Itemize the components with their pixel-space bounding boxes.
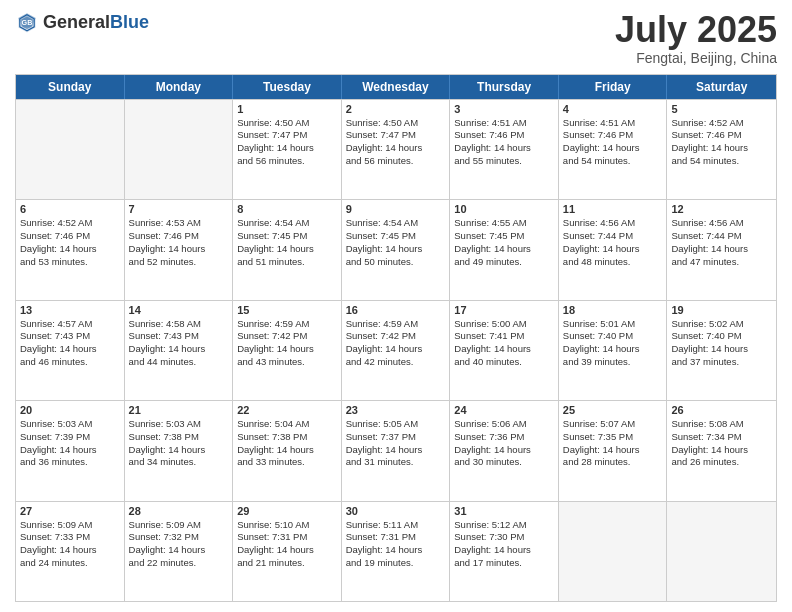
cal-cell: 14Sunrise: 4:58 AMSunset: 7:43 PMDayligh… [125, 301, 234, 400]
cell-line: Daylight: 14 hours [563, 444, 663, 457]
day-number: 6 [20, 203, 120, 215]
header: GB GeneralBlue July 2025 Fengtai, Beijin… [15, 10, 777, 66]
day-number: 25 [563, 404, 663, 416]
cell-line: and 46 minutes. [20, 356, 120, 369]
cal-cell: 12Sunrise: 4:56 AMSunset: 7:44 PMDayligh… [667, 200, 776, 299]
week-row-3: 20Sunrise: 5:03 AMSunset: 7:39 PMDayligh… [16, 400, 776, 500]
cell-line: Daylight: 14 hours [346, 444, 446, 457]
cell-line: and 54 minutes. [671, 155, 772, 168]
cell-line: Sunset: 7:43 PM [129, 330, 229, 343]
cal-cell: 28Sunrise: 5:09 AMSunset: 7:32 PMDayligh… [125, 502, 234, 601]
cell-line: Sunrise: 4:59 AM [237, 318, 337, 331]
cell-line: Daylight: 14 hours [129, 343, 229, 356]
calendar: SundayMondayTuesdayWednesdayThursdayFrid… [15, 74, 777, 602]
cell-line: Sunrise: 4:56 AM [563, 217, 663, 230]
day-number: 7 [129, 203, 229, 215]
cell-line: Daylight: 14 hours [563, 243, 663, 256]
cell-line: Daylight: 14 hours [237, 544, 337, 557]
day-number: 23 [346, 404, 446, 416]
header-day-thursday: Thursday [450, 75, 559, 99]
logo-text: GeneralBlue [43, 12, 149, 33]
cal-cell: 10Sunrise: 4:55 AMSunset: 7:45 PMDayligh… [450, 200, 559, 299]
cell-line: Sunrise: 4:50 AM [346, 117, 446, 130]
day-number: 14 [129, 304, 229, 316]
day-number: 30 [346, 505, 446, 517]
day-number: 15 [237, 304, 337, 316]
cell-line: Sunset: 7:45 PM [237, 230, 337, 243]
cal-cell: 21Sunrise: 5:03 AMSunset: 7:38 PMDayligh… [125, 401, 234, 500]
cell-line: Sunrise: 5:04 AM [237, 418, 337, 431]
cal-cell: 16Sunrise: 4:59 AMSunset: 7:42 PMDayligh… [342, 301, 451, 400]
cell-line: and 50 minutes. [346, 256, 446, 269]
cell-line: Daylight: 14 hours [563, 343, 663, 356]
day-number: 9 [346, 203, 446, 215]
day-number: 27 [20, 505, 120, 517]
cell-line: and 40 minutes. [454, 356, 554, 369]
cell-line: and 55 minutes. [454, 155, 554, 168]
cell-line: Daylight: 14 hours [237, 243, 337, 256]
cal-cell: 24Sunrise: 5:06 AMSunset: 7:36 PMDayligh… [450, 401, 559, 500]
cell-line: Sunset: 7:40 PM [671, 330, 772, 343]
cell-line: Daylight: 14 hours [346, 142, 446, 155]
cell-line: Sunrise: 4:52 AM [20, 217, 120, 230]
cal-cell: 15Sunrise: 4:59 AMSunset: 7:42 PMDayligh… [233, 301, 342, 400]
cell-line: Sunset: 7:31 PM [346, 531, 446, 544]
cell-line: and 22 minutes. [129, 557, 229, 570]
cell-line: and 51 minutes. [237, 256, 337, 269]
cell-line: Sunset: 7:37 PM [346, 431, 446, 444]
cell-line: Sunrise: 4:52 AM [671, 117, 772, 130]
cell-line: Sunset: 7:45 PM [346, 230, 446, 243]
day-number: 22 [237, 404, 337, 416]
cell-line: Daylight: 14 hours [20, 343, 120, 356]
header-day-friday: Friday [559, 75, 668, 99]
cell-line: and 30 minutes. [454, 456, 554, 469]
cell-line: Sunrise: 5:09 AM [129, 519, 229, 532]
cell-line: Sunrise: 4:51 AM [454, 117, 554, 130]
cell-line: and 54 minutes. [563, 155, 663, 168]
day-number: 11 [563, 203, 663, 215]
cell-line: Sunset: 7:34 PM [671, 431, 772, 444]
cell-line: Daylight: 14 hours [454, 142, 554, 155]
cell-line: Sunrise: 5:12 AM [454, 519, 554, 532]
cell-line: Sunrise: 4:54 AM [237, 217, 337, 230]
day-number: 28 [129, 505, 229, 517]
cell-line: Sunrise: 4:50 AM [237, 117, 337, 130]
cell-line: and 39 minutes. [563, 356, 663, 369]
cell-line: Sunset: 7:41 PM [454, 330, 554, 343]
day-number: 19 [671, 304, 772, 316]
day-number: 2 [346, 103, 446, 115]
cell-line: Daylight: 14 hours [346, 544, 446, 557]
cell-line: Daylight: 14 hours [454, 343, 554, 356]
cell-line: Daylight: 14 hours [671, 243, 772, 256]
day-number: 5 [671, 103, 772, 115]
cal-cell: 27Sunrise: 5:09 AMSunset: 7:33 PMDayligh… [16, 502, 125, 601]
cell-line: Daylight: 14 hours [129, 444, 229, 457]
day-number: 18 [563, 304, 663, 316]
cell-line: Sunset: 7:42 PM [237, 330, 337, 343]
day-number: 31 [454, 505, 554, 517]
cell-line: Daylight: 14 hours [20, 444, 120, 457]
cal-cell: 17Sunrise: 5:00 AMSunset: 7:41 PMDayligh… [450, 301, 559, 400]
cal-cell: 8Sunrise: 4:54 AMSunset: 7:45 PMDaylight… [233, 200, 342, 299]
cal-cell: 7Sunrise: 4:53 AMSunset: 7:46 PMDaylight… [125, 200, 234, 299]
cell-line: Daylight: 14 hours [20, 243, 120, 256]
cell-line: Daylight: 14 hours [129, 544, 229, 557]
cal-cell: 2Sunrise: 4:50 AMSunset: 7:47 PMDaylight… [342, 100, 451, 199]
cell-line: Daylight: 14 hours [129, 243, 229, 256]
cell-line: Sunset: 7:46 PM [563, 129, 663, 142]
cal-cell: 20Sunrise: 5:03 AMSunset: 7:39 PMDayligh… [16, 401, 125, 500]
cal-cell: 31Sunrise: 5:12 AMSunset: 7:30 PMDayligh… [450, 502, 559, 601]
day-number: 24 [454, 404, 554, 416]
cal-cell: 1Sunrise: 4:50 AMSunset: 7:47 PMDaylight… [233, 100, 342, 199]
cell-line: and 28 minutes. [563, 456, 663, 469]
cell-line: and 49 minutes. [454, 256, 554, 269]
cell-line: Sunset: 7:46 PM [129, 230, 229, 243]
cell-line: Sunrise: 5:01 AM [563, 318, 663, 331]
cell-line: Sunrise: 5:10 AM [237, 519, 337, 532]
day-number: 3 [454, 103, 554, 115]
cal-cell: 30Sunrise: 5:11 AMSunset: 7:31 PMDayligh… [342, 502, 451, 601]
cell-line: Sunrise: 5:11 AM [346, 519, 446, 532]
header-day-monday: Monday [125, 75, 234, 99]
cell-line: Sunrise: 4:59 AM [346, 318, 446, 331]
cal-cell: 3Sunrise: 4:51 AMSunset: 7:46 PMDaylight… [450, 100, 559, 199]
